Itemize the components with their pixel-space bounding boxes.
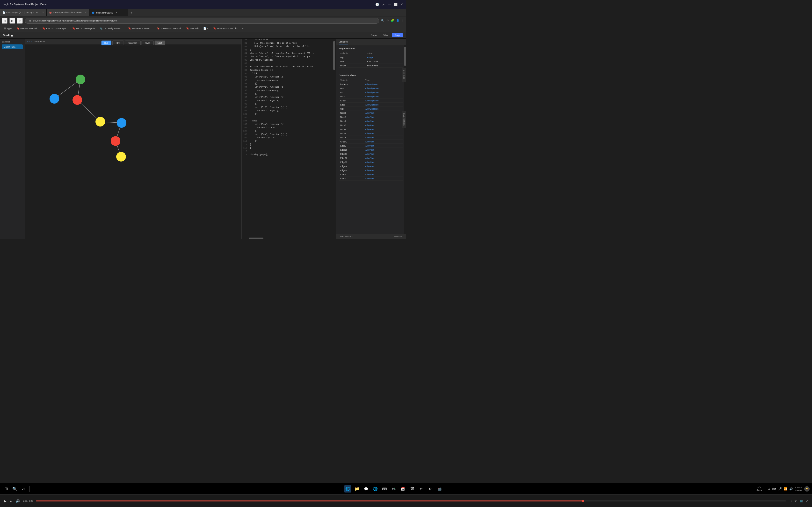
share-icon[interactable]: ↗ xyxy=(382,3,385,6)
variables-scroll[interactable]: Stage Variables Variable Value svg<svg>w… xyxy=(336,45,406,234)
datum-var-type[interactable]: AlloyAtom xyxy=(364,161,403,164)
line-number: 105 xyxy=(242,123,249,126)
bookmark-math-textbook[interactable]: 🔖 MATH 0200 Textbook xyxy=(155,26,184,31)
datum-var-name: Color xyxy=(339,107,364,111)
settings-tab[interactable]: Settings xyxy=(402,68,406,82)
tab-icon-1: 📄 xyxy=(2,11,5,14)
datum-var-type[interactable]: AlloySignature xyxy=(364,87,403,90)
datum-var-type[interactable]: AlloyAtom xyxy=(364,157,403,160)
tab-github[interactable]: 🐙 spencerjsmall/4-color-theorem ✕ xyxy=(47,9,89,16)
minimize-button[interactable]: — xyxy=(388,3,391,6)
code-editor[interactable]: 80 return d.id;81 }) // This provide the… xyxy=(242,39,336,237)
datum-var-name: Graph0 xyxy=(339,140,364,144)
line-number: 90 xyxy=(242,72,249,76)
node-yellow-2[interactable] xyxy=(116,152,126,162)
variables-tab[interactable]: Variables xyxy=(339,40,348,44)
datum-var-name: Color0 xyxy=(339,173,364,176)
node-red-2[interactable] xyxy=(111,136,120,146)
datum-var-row: Color1AlloyAtom xyxy=(339,177,403,181)
bookmarks-more-button[interactable]: » xyxy=(242,27,244,30)
new-tab-button[interactable]: + xyxy=(128,9,135,16)
datum-var-type[interactable]: AlloyAtom xyxy=(364,128,403,131)
code-horizontal-scrollbar[interactable] xyxy=(242,237,336,239)
run-button[interactable]: Run xyxy=(101,41,111,45)
datum-var-type[interactable]: AlloyAtom xyxy=(364,124,403,127)
bookmark-mylab[interactable]: 🔖 MATH 0200 MyLab xyxy=(70,26,97,31)
back-button[interactable]: ◀ xyxy=(2,18,7,24)
datum-var-type[interactable]: AlloySignature xyxy=(364,107,403,111)
tab-label-1: Final Project (2022) - Google Do... xyxy=(6,11,39,14)
bookmark-apps-label: Apps xyxy=(7,27,12,30)
sidebar-item-datum1[interactable]: Datum ID: 1 xyxy=(2,44,23,49)
line-code: .attr("y2", function (d) { xyxy=(249,106,287,110)
code-vertical-scrollbar[interactable] xyxy=(333,39,336,239)
node-yellow-1[interactable] xyxy=(95,117,105,126)
menu-icon[interactable]: ⋮ xyxy=(401,19,404,22)
url-field[interactable]: File | C:/Users/itsst/AppData/Roaming/Ra… xyxy=(24,18,379,24)
datum-var-type[interactable]: AlloyAtom xyxy=(364,152,403,156)
bookmark-s[interactable]: 📄 s xyxy=(201,26,210,31)
bookmark-new-tab[interactable]: 🔖 New Tab xyxy=(184,26,200,31)
nav-script-button[interactable]: Script xyxy=(392,33,403,37)
line-code: display(graph); xyxy=(249,154,268,157)
datum-var-type[interactable]: AlloyAtom xyxy=(364,144,403,148)
datum-var-type[interactable]: AlloyAtom xyxy=(364,132,403,135)
bookmark-apps[interactable]: ⊞ Apps xyxy=(2,26,14,31)
bookmark-takeout[interactable]: 🔖 TAKE-OUT - Hot Club xyxy=(211,26,240,31)
datum-var-type[interactable]: AlloyAtom xyxy=(364,140,403,144)
bookmark-star-icon[interactable]: ☆ xyxy=(387,19,389,22)
maximize-button[interactable]: ⬜ xyxy=(394,3,398,6)
extensions-icon[interactable]: 🧩 xyxy=(391,19,394,22)
datum-var-type[interactable]: AlloyAtom xyxy=(364,115,403,119)
address-bar: ◀ ▶ ↻ File | C:/Users/itsst/AppData/Roam… xyxy=(0,16,406,25)
node-green[interactable] xyxy=(75,74,85,84)
div-button[interactable]: <div> xyxy=(112,41,124,45)
datum-var-type[interactable]: AlloySignature xyxy=(364,103,403,107)
tab-close-1[interactable]: ✕ xyxy=(42,11,44,14)
node-blue-2[interactable] xyxy=(117,118,126,128)
stage-var-value[interactable]: <svg> xyxy=(366,56,403,59)
tab-bar: 📄 Final Project (2022) - Google Do... ✕ … xyxy=(0,9,406,16)
bookmark-lab[interactable]: 📎 Lab Assignments -... xyxy=(98,26,125,31)
tab-final-project[interactable]: 📄 Final Project (2022) - Google Do... ✕ xyxy=(0,9,47,16)
datum-var-type[interactable]: AlloyAtom xyxy=(364,169,403,172)
search-icon[interactable]: 🔍 xyxy=(381,19,385,22)
datum-var-type[interactable]: AlloyInstance xyxy=(364,82,403,86)
tab-close-2[interactable]: ✕ xyxy=(85,11,87,14)
datum-var-type[interactable]: AlloyAtom xyxy=(364,111,403,115)
node-red-1[interactable] xyxy=(72,95,82,105)
reload-button[interactable]: ↻ xyxy=(17,18,23,24)
close-button[interactable]: ✕ xyxy=(400,3,403,6)
datum-var-row: Edge15AlloyAtom xyxy=(339,169,403,172)
datum-var-type[interactable]: AlloyAtom xyxy=(364,119,403,123)
tab-close-3[interactable]: ✕ xyxy=(115,11,117,14)
line-number: 84 xyxy=(242,52,249,56)
datum-var-name: Edge14 xyxy=(339,165,364,168)
evaluation-tab[interactable]: Evaluation xyxy=(402,111,406,128)
datum-var-type[interactable]: AlloySignature xyxy=(364,91,403,95)
forward-button[interactable]: ▶ xyxy=(9,18,15,24)
node-blue-1[interactable] xyxy=(50,94,59,104)
line-code: return d.target.x; xyxy=(249,100,280,103)
stage-var-value: 669.109375 xyxy=(366,64,403,68)
bookmark-csci[interactable]: 🔖 CSCI 0170 Homepa... xyxy=(40,26,69,31)
datum-var-type[interactable]: AlloyAtom xyxy=(364,173,403,176)
datum-var-type[interactable]: AlloyAtom xyxy=(364,136,403,139)
console-dump-label[interactable]: Console Dump xyxy=(339,235,353,238)
datum-var-row: Edge10AlloyAtom xyxy=(339,148,403,152)
datum-var-type[interactable]: AlloySignature xyxy=(364,99,403,103)
datum-var-type[interactable]: AlloyAtom xyxy=(364,177,403,181)
canvas-button[interactable]: <canvas> xyxy=(125,41,140,45)
datum-var-type[interactable]: AlloySignature xyxy=(364,95,403,99)
datum-var-type[interactable]: AlloyAtom xyxy=(364,165,403,168)
tab-index[interactable]: 🔵 index.html?61260 ✕ xyxy=(89,9,128,16)
nav-graph-button[interactable]: Graph xyxy=(368,33,379,37)
svg-button[interactable]: <svg> xyxy=(141,41,154,45)
next-button[interactable]: Next xyxy=(155,41,165,45)
bookmark-math-book[interactable]: 🔖 MATH 0200 Book /... xyxy=(126,26,154,31)
nav-table-button[interactable]: Table xyxy=(380,33,391,37)
datum-var-type[interactable]: AlloyAtom xyxy=(364,148,403,152)
bookmark-german[interactable]: 🔖 German Textbook xyxy=(15,26,40,31)
code-line: 99 }) xyxy=(242,103,336,106)
profile-icon[interactable]: 👤 xyxy=(396,19,400,22)
